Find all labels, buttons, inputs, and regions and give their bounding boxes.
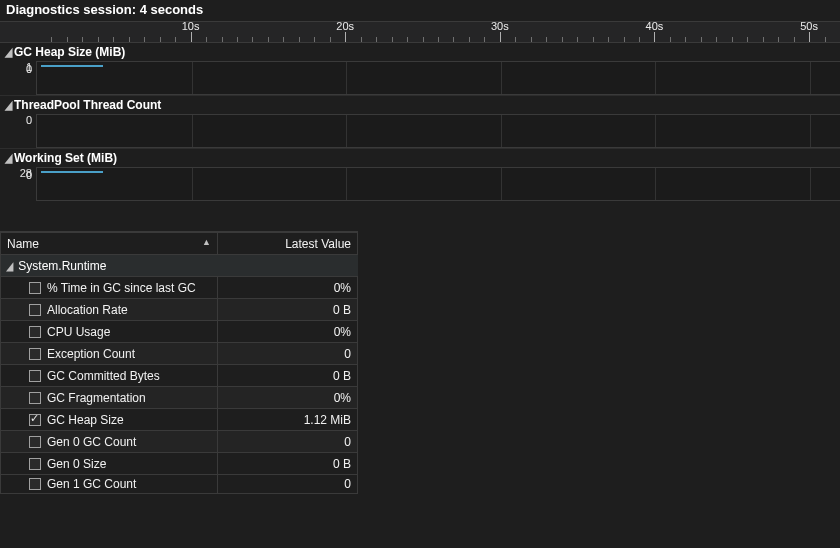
counter-value: 0% xyxy=(218,387,358,409)
counter-value: 0% xyxy=(218,321,358,343)
counter-group-label: System.Runtime xyxy=(18,259,106,273)
counter-name: Gen 0 Size xyxy=(47,457,106,471)
ruler-label: 50s xyxy=(800,20,818,32)
counter-name: Gen 1 GC Count xyxy=(47,477,136,491)
counter-row[interactable]: Gen 0 Size0 B xyxy=(1,453,358,475)
splitter[interactable] xyxy=(0,201,840,231)
collapse-icon: ◢ xyxy=(6,259,14,273)
ruler-label: 40s xyxy=(646,20,664,32)
collapse-icon: ◢ xyxy=(5,98,13,112)
counter-row[interactable]: GC Fragmentation0% xyxy=(1,387,358,409)
counter-name: CPU Usage xyxy=(47,325,110,339)
collapse-icon: ◢ xyxy=(5,151,13,165)
checkbox[interactable] xyxy=(29,414,41,426)
counter-row[interactable]: Exception Count0 xyxy=(1,343,358,365)
counter-value: 0 xyxy=(218,343,358,365)
counter-row[interactable]: GC Heap Size1.12 MiB xyxy=(1,409,358,431)
chart-y-axis: 280 xyxy=(0,167,36,179)
checkbox[interactable] xyxy=(29,436,41,448)
counter-row[interactable]: GC Committed Bytes0 B xyxy=(1,365,358,387)
chart-series xyxy=(41,65,103,67)
chart-header[interactable]: ◢ GC Heap Size (MiB) xyxy=(0,43,840,61)
counter-group-row[interactable]: ◢ System.Runtime xyxy=(1,255,358,277)
chart-title: Working Set (MiB) xyxy=(14,151,117,165)
counter-value: 0% xyxy=(218,277,358,299)
session-title: Diagnostics session: 4 seconds xyxy=(0,0,840,21)
chart-header[interactable]: ◢ ThreadPool Thread Count xyxy=(0,95,840,114)
chart-series xyxy=(41,171,103,173)
counter-name: Gen 0 GC Count xyxy=(47,435,136,449)
counter-name: Exception Count xyxy=(47,347,135,361)
ruler-label: 30s xyxy=(491,20,509,32)
timeline-ruler[interactable]: 10s20s30s40s50s xyxy=(0,21,840,43)
checkbox[interactable] xyxy=(29,370,41,382)
counters-table: Name ▲ Latest Value ◢ System.Runtime% Ti… xyxy=(0,231,358,494)
counter-value: 0 B xyxy=(218,453,358,475)
chart-plot-area[interactable] xyxy=(36,61,840,95)
counter-value: 1.12 MiB xyxy=(218,409,358,431)
collapse-icon: ◢ xyxy=(5,45,13,59)
checkbox[interactable] xyxy=(29,348,41,360)
counter-name: % Time in GC since last GC xyxy=(47,281,196,295)
checkbox[interactable] xyxy=(29,478,41,490)
chart-title: GC Heap Size (MiB) xyxy=(14,45,125,59)
sort-asc-icon: ▲ xyxy=(202,237,211,247)
checkbox[interactable] xyxy=(29,392,41,404)
counter-row[interactable]: % Time in GC since last GC0% xyxy=(1,277,358,299)
chart-plot-area[interactable] xyxy=(36,167,840,201)
counter-name: GC Committed Bytes xyxy=(47,369,160,383)
checkbox[interactable] xyxy=(29,304,41,316)
chart-header[interactable]: ◢ Working Set (MiB) xyxy=(0,148,840,167)
chart-title: ThreadPool Thread Count xyxy=(14,98,161,112)
column-header-name[interactable]: Name ▲ xyxy=(1,233,218,255)
counter-value: 0 B xyxy=(218,299,358,321)
checkbox[interactable] xyxy=(29,326,41,338)
column-header-value[interactable]: Latest Value xyxy=(218,233,358,255)
chart-y-axis: 0 xyxy=(0,114,36,126)
counter-name: GC Heap Size xyxy=(47,413,124,427)
counter-row[interactable]: Gen 0 GC Count0 xyxy=(1,431,358,453)
counter-row[interactable]: Allocation Rate0 B xyxy=(1,299,358,321)
counter-value: 0 B xyxy=(218,365,358,387)
checkbox[interactable] xyxy=(29,282,41,294)
counter-name: Allocation Rate xyxy=(47,303,128,317)
chart-plot-area[interactable] xyxy=(36,114,840,148)
counter-row[interactable]: Gen 1 GC Count0 xyxy=(1,475,358,494)
counter-value: 0 xyxy=(218,431,358,453)
ruler-label: 10s xyxy=(182,20,200,32)
counter-row[interactable]: CPU Usage0% xyxy=(1,321,358,343)
counter-name: GC Fragmentation xyxy=(47,391,146,405)
counter-value: 0 xyxy=(218,475,358,494)
checkbox[interactable] xyxy=(29,458,41,470)
ruler-label: 20s xyxy=(336,20,354,32)
chart-y-axis: 10 xyxy=(0,61,36,73)
